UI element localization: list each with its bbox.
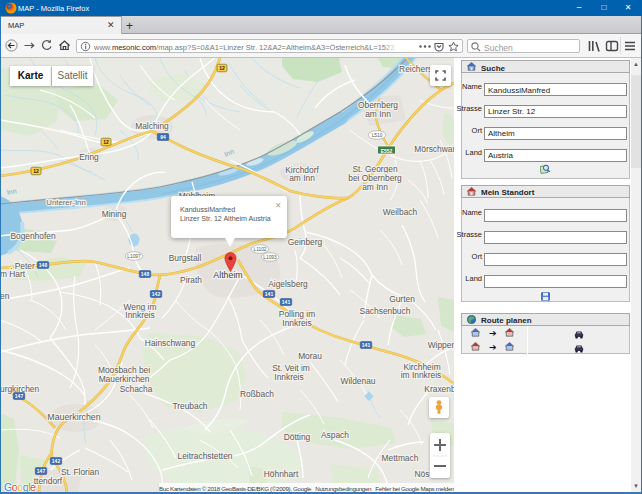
svg-text:148: 148	[39, 262, 48, 268]
svg-text:141: 141	[282, 299, 291, 305]
svg-text:142: 142	[52, 458, 61, 464]
svg-text:Bogenhofen: Bogenhofen	[10, 231, 56, 241]
svg-text:Wippenham: Wippenham	[428, 340, 454, 350]
svg-text:Inn: Inn	[6, 187, 17, 195]
svg-text:141: 141	[362, 342, 371, 348]
svg-text:Pirath: Pirath	[180, 275, 202, 285]
svg-text:Mettmach: Mettmach	[382, 453, 419, 463]
svg-text:L1093: L1093	[263, 255, 277, 260]
svg-text:L1102: L1102	[254, 247, 267, 252]
svg-text:Geinberg: Geinberg	[288, 237, 323, 247]
svg-text:Innkreis: Innkreis	[125, 310, 154, 320]
svg-text:ttendorf: ttendorf	[34, 476, 63, 486]
svg-text:Gurten: Gurten	[389, 294, 415, 304]
svg-text:Weilbach: Weilbach	[383, 207, 418, 217]
svg-text:Burgstall: Burgstall	[169, 253, 202, 263]
svg-text:141: 141	[265, 291, 274, 297]
svg-text:147: 147	[37, 468, 46, 474]
svg-text:Mauerkirchen: Mauerkirchen	[47, 412, 100, 422]
svg-text:Aigelsberg: Aigelsberg	[268, 279, 308, 289]
svg-text:147: 147	[15, 393, 24, 399]
svg-text:Mauerkirchen: Mauerkirchen	[99, 374, 150, 384]
svg-text:12: 12	[33, 168, 39, 174]
svg-text:Schacha: Schacha	[120, 384, 153, 394]
svg-text:Morau: Morau	[298, 351, 322, 361]
svg-text:Nös: Nös	[415, 469, 430, 479]
svg-text:94: 94	[160, 134, 166, 140]
svg-text:Wildenau: Wildenau	[341, 376, 376, 386]
svg-text:148: 148	[141, 271, 150, 277]
svg-text:im Innkreis: im Innkreis	[401, 370, 442, 380]
svg-text:am Inn: am Inn	[362, 182, 388, 192]
svg-text:Hainschwang: Hainschwang	[145, 338, 196, 348]
svg-text:Sachsenbuch: Sachsenbuch	[360, 306, 411, 316]
svg-text:L510: L510	[372, 133, 383, 138]
svg-text:Höhnhart: Höhnhart	[264, 469, 299, 479]
svg-text:m Hart: m Hart	[0, 269, 26, 279]
svg-text:Innkreis: Innkreis	[282, 318, 311, 328]
svg-text:142: 142	[152, 291, 161, 297]
svg-text:Innkreis: Innkreis	[274, 372, 303, 382]
svg-text:12: 12	[103, 139, 109, 145]
svg-text:Kraxenberg: Kraxenberg	[424, 384, 454, 394]
svg-text:St. Florian: St. Florian	[61, 467, 100, 477]
svg-text:en: en	[0, 291, 10, 301]
svg-text:12: 12	[219, 65, 225, 71]
svg-text:Ering: Ering	[79, 152, 99, 162]
svg-text:Unterer-Inn: Unterer-Inn	[46, 198, 85, 207]
svg-text:Leitrachstetten: Leitrachstetten	[178, 451, 233, 461]
svg-text:Malching: Malching	[135, 121, 169, 131]
svg-text:E552: E552	[381, 148, 393, 154]
svg-text:Dötting: Dötting	[284, 432, 311, 442]
svg-text:Mining: Mining	[102, 209, 127, 219]
svg-text:Roßbach: Roßbach	[240, 389, 274, 399]
svg-text:Aspach: Aspach	[321, 430, 349, 440]
svg-text:L1097: L1097	[127, 254, 141, 259]
svg-text:am Inn: am Inn	[289, 173, 315, 183]
svg-text:am Inn: am Inn	[365, 109, 391, 119]
svg-text:Treubach: Treubach	[172, 401, 207, 411]
